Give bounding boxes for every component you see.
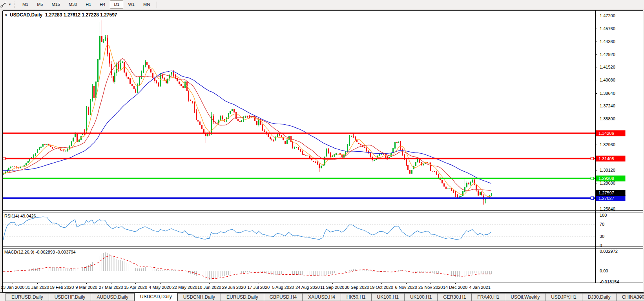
price-axis-label: 1.35800 (600, 116, 615, 121)
price-axis-label: 1.47200 (600, 13, 615, 18)
svg-text:1.29208: 1.29208 (598, 176, 614, 181)
hline-handle[interactable] (3, 157, 5, 160)
price-axis-label: 1.44360 (600, 39, 615, 44)
hline-handle[interactable] (591, 177, 594, 180)
line-studies-icon[interactable] (0, 1, 8, 8)
timeframe-button-H1[interactable]: H1 (82, 0, 95, 9)
chart-ohlc-header[interactable]: ▼USDCAD,Daily 1.27283 1.27612 1.27228 1.… (4, 12, 117, 18)
timeframe-button-M5[interactable]: M5 (33, 0, 47, 9)
date-axis-label: 14 Dec 2020 (443, 285, 467, 290)
date-axis-label: 6 Nov 2020 (395, 285, 417, 290)
price-axis-label: 1.25840 (600, 207, 615, 211)
chevron-down-icon[interactable]: ▼ (8, 3, 13, 6)
chart-tab-uk100-h1[interactable]: UK100,H1 (372, 293, 405, 301)
timeframe-button-H4[interactable]: H4 (96, 0, 109, 9)
chart-tab-usdjpy-h1[interactable]: USDJPY,H1 (545, 293, 582, 301)
mt4-terminal: { "toolbar": { "tool_icon": "line-studie… (0, 0, 644, 301)
timeframe-button-M15[interactable]: M15 (47, 0, 64, 9)
hline-handle[interactable] (591, 197, 594, 199)
price-axis-label: 1.42920 (600, 52, 615, 57)
date-axis-label: 5 Aug 2020 (272, 285, 294, 290)
timeframe-buttons: M1M5M15M30H1H4D1W1MN (18, 0, 154, 9)
price-axis-label: 1.38640 (600, 91, 615, 96)
macd-axis-label: 0.00 (600, 268, 608, 273)
date-axis-label: 13 Jan 2020 (1, 285, 25, 290)
timeframe-toolbar: ▼ M1M5M15M30H1H4D1W1MN (0, 0, 644, 9)
chart-tab-eurusd-daily[interactable]: EURUSD,Daily (5, 293, 49, 301)
macd-axis-label: 0.032972 (600, 249, 618, 254)
rsi-axis-label: 30 (600, 234, 604, 239)
rsi-indicator-label: RSI(14) 49.0426 (4, 214, 36, 218)
ohlc-close: 1.27597 (100, 12, 117, 18)
date-axis-label: 19 Feb 2020 (50, 285, 74, 290)
tab-scroll-right-icon[interactable]: ► (639, 296, 643, 299)
timeframe-button-M1[interactable]: M1 (18, 0, 32, 9)
date-axis-label: 11 Sep 2020 (320, 285, 345, 290)
date-axis-label: 9 Mar 2020 (75, 285, 97, 290)
chart-tab-audusd-daily[interactable]: AUDUSD,Daily (91, 293, 134, 301)
rsi-value: 49.0426 (20, 214, 36, 218)
svg-text:1.27027: 1.27027 (598, 196, 614, 201)
chart-tab-eurusd-daily[interactable]: EURUSD,Daily (221, 293, 264, 301)
svg-text:1.34206: 1.34206 (598, 131, 614, 136)
date-axis-label: 4 May 2020 (149, 285, 171, 290)
date-axis-label: 22 May 2020 (172, 285, 197, 290)
hline-price-tag-1.34206: 1.34206 (596, 130, 626, 136)
date-axis-label: 29 Jun 2020 (222, 285, 246, 290)
date-axis-label: 27 Mar 2020 (99, 285, 123, 290)
date-axis-label: 24 Aug 2020 (296, 285, 320, 290)
chart-tab-dj30-daily[interactable]: DJ30,Daily (582, 293, 617, 301)
macd-values: -0.002893 -0.003794 (35, 250, 75, 254)
toolbar-grip (15, 2, 15, 8)
price-axis-label: 1.32960 (600, 142, 615, 147)
tab-scroll-buttons: ◄ ► (633, 296, 643, 299)
ohlc-open: 1.27283 (45, 12, 62, 18)
chart-symbol: USDCAD,Daily (10, 12, 42, 18)
price-axis-label: 1.41520 (600, 65, 615, 69)
symbol-dropdown-icon[interactable]: ▼ (4, 13, 8, 17)
date-axis-label: 19 Oct 2020 (370, 285, 393, 290)
rsi-axis-label: 100 (600, 213, 607, 218)
timeframe-button-M30[interactable]: M30 (65, 0, 81, 9)
price-axis-label: 1.45760 (600, 26, 615, 31)
chart-tab-usdcad-daily[interactable]: USDCAD,Daily (134, 292, 178, 301)
chart-tab-ger30-h1[interactable]: GER30,H1 (438, 293, 472, 301)
ohlc-high: 1.27612 (64, 12, 80, 18)
date-axis-label: 17 Jul 2020 (247, 285, 270, 290)
hline-price-tag-1.27027: 1.27027 (596, 195, 626, 201)
date-axis-label: 10 Jun 2020 (197, 285, 221, 290)
price-axis-label: 1.40080 (600, 78, 615, 82)
macd-axis-label: -0.018154 (600, 279, 619, 284)
chart-tab-usdcnh-daily[interactable]: USDCNH,Daily (178, 293, 221, 301)
toolbar-separator (157, 2, 157, 8)
date-axis-label: 25 Nov 2020 (418, 285, 443, 290)
chart-tab-usoil-weekly[interactable]: USOil,Weekly (505, 293, 545, 301)
rsi-axis-label: 70 (600, 222, 604, 227)
tab-scroll-left-icon[interactable]: ◄ (633, 296, 637, 299)
date-axis-label: 31 Jan 2020 (25, 285, 49, 290)
date-axis-label: 15 Apr 2020 (124, 285, 147, 290)
timeframe-button-MN[interactable]: MN (139, 0, 154, 9)
date-axis-label: 30 Sep 2020 (345, 285, 369, 290)
chart-canvas: 1.472001.457601.443601.429201.415201.400… (0, 0, 644, 301)
timeframe-button-D1[interactable]: D1 (110, 0, 123, 9)
chart-tab-fra40-h1[interactable]: FRA40,H1 (472, 293, 505, 301)
chart-tab-hk50-h1[interactable]: HK50,H1 (341, 293, 372, 301)
hline-handle[interactable] (591, 157, 594, 160)
chart-tab-uk100-h1[interactable]: UK100,H1 (405, 293, 438, 301)
price-axis-label: 1.37240 (600, 103, 615, 108)
date-axis-label: 4 Jan 2021 (469, 285, 490, 290)
timeframe-button-W1[interactable]: W1 (124, 0, 139, 9)
chart-tab-bar: EURUSD,DailyUSDCHF,DailyAUDUSD,DailyUSDC… (0, 292, 644, 301)
macd-indicator-label: MACD(12,26,9) -0.002893 -0.003794 (4, 250, 76, 254)
chart-tab-xauusd-h4[interactable]: XAUUSD,H4 (303, 293, 341, 301)
price-axis-label: 1.30120 (600, 168, 615, 172)
svg-text:1.27597: 1.27597 (598, 190, 614, 195)
price-axis-label: 1.28680 (600, 181, 615, 185)
ohlc-low: 1.27228 (82, 12, 99, 18)
hline-price-tag-1.29208: 1.29208 (596, 176, 626, 181)
hline-price-tag-1.31405: 1.31405 (596, 156, 626, 161)
chart-tab-gbpusd-h4[interactable]: GBPUSD,H4 (264, 293, 303, 301)
chart-tab-usdchf-daily[interactable]: USDCHF,Daily (49, 293, 91, 301)
svg-text:1.31405: 1.31405 (598, 156, 614, 161)
